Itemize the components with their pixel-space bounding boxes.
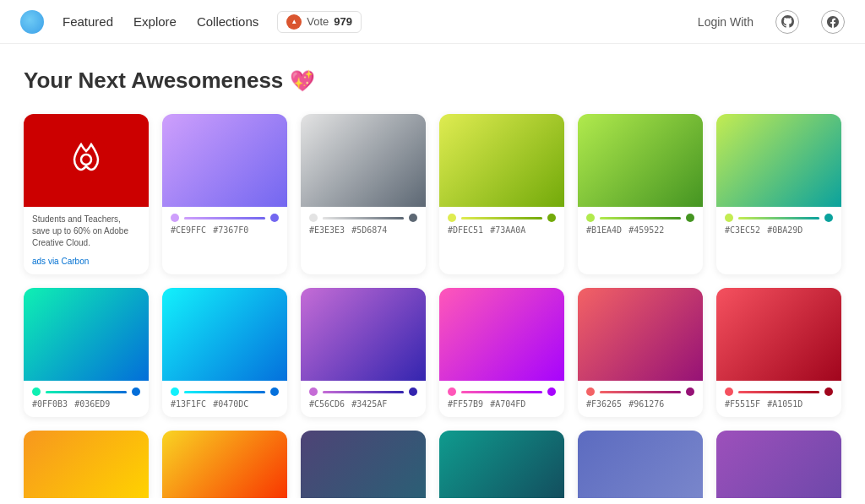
to-color-code: #A1051D (767, 399, 802, 409)
color-swatch (162, 114, 287, 207)
color-swatch (301, 288, 426, 381)
from-color-code: #F5515F (725, 399, 760, 409)
to-color-dot (547, 387, 556, 396)
gradient-card-teal-blue[interactable]: #0FF0B3#036ED9 (24, 288, 149, 417)
gradient-card-red-dark[interactable]: #F5515F#A1051D (716, 288, 841, 417)
range-line (600, 391, 681, 393)
to-color-code: #5D6874 (351, 225, 387, 235)
color-swatch (162, 288, 287, 381)
gradient-card-cyan-blue[interactable]: #13F1FC#0470DC (162, 288, 287, 417)
range-line (184, 391, 265, 393)
nav-featured[interactable]: Featured (61, 11, 115, 32)
logo[interactable] (20, 10, 44, 34)
gradient-card-purple-indigo[interactable]: #C56CD6#3425AF (301, 288, 426, 417)
from-color-dot (725, 387, 733, 396)
from-color-code: #E3E3E3 (309, 225, 345, 235)
gradient-card-yellow-green[interactable]: #DFEC51#73AA0A (439, 114, 564, 274)
to-color-code: #036ED9 (74, 399, 110, 409)
to-color-code: #459522 (628, 225, 664, 235)
vote-badge[interactable]: Vote 979 (277, 11, 362, 33)
color-swatch (716, 114, 841, 207)
to-color-code: #73AA0A (490, 225, 525, 235)
gradient-card-pink-purple[interactable]: #FF57B9#A704FD (439, 288, 564, 417)
to-color-code: #961276 (628, 399, 664, 409)
to-color-dot (270, 214, 279, 222)
ad-swatch (24, 114, 149, 207)
from-color-dot (725, 214, 733, 222)
from-color-dot (586, 387, 595, 396)
range-line (738, 391, 819, 393)
from-color-dot (309, 214, 318, 222)
partial-card-blue-gray[interactable] (578, 431, 703, 498)
ad-link[interactable]: ads via Carbon (32, 257, 89, 266)
range-line (461, 391, 542, 393)
vote-count: 979 (334, 15, 352, 28)
from-color-code: #B1EA4D (586, 225, 622, 235)
gradient-card-green1[interactable]: #B1EA4D#459522 (578, 114, 703, 274)
range-line (184, 217, 265, 219)
from-color-dot (171, 214, 179, 222)
to-color-dot (132, 387, 140, 396)
partial-card-teal-green[interactable] (439, 431, 564, 498)
vote-label: Vote (307, 15, 329, 28)
from-color-code: #CE9FFC (171, 225, 206, 235)
to-color-code: #A704FD (490, 399, 525, 409)
to-color-dot (409, 387, 417, 396)
gradient-card-green2[interactable]: #C3EC52#0BA29D (716, 114, 841, 274)
to-color-code: #7367F0 (213, 225, 248, 235)
color-swatch (301, 114, 426, 207)
to-color-dot (686, 387, 694, 396)
partial-card-yellow-orange[interactable] (162, 431, 287, 498)
gradient-grid: Students and Teachers, save up to 60% on… (24, 114, 841, 417)
heart-emoji: 💖 (290, 69, 315, 92)
range-line (738, 217, 819, 219)
range-line (600, 217, 681, 219)
navbar: Featured Explore Collections Vote 979 Lo… (0, 0, 865, 44)
github-icon[interactable] (775, 10, 799, 34)
gradient-card-gray[interactable]: #E3E3E3#5D6874 (301, 114, 426, 274)
from-color-dot (309, 387, 318, 396)
svg-point-0 (63, 134, 110, 182)
from-color-dot (586, 214, 595, 222)
to-color-dot (686, 214, 694, 222)
from-color-dot (171, 387, 179, 396)
color-swatch (24, 288, 149, 381)
to-color-code: #3425AF (351, 399, 387, 409)
from-color-code: #F36265 (586, 399, 622, 409)
partial-card-purple-teal[interactable] (301, 431, 426, 498)
from-color-code: #C3EC52 (725, 225, 760, 235)
nav-collections[interactable]: Collections (195, 11, 260, 32)
ad-card[interactable]: Students and Teachers, save up to 60% on… (24, 114, 149, 274)
color-swatch (716, 288, 841, 381)
color-swatch (439, 288, 564, 381)
to-color-dot (547, 214, 556, 222)
gradient-card-red-pink[interactable]: #F36265#961276 (578, 288, 703, 417)
to-color-code: #0BA29D (767, 225, 802, 235)
from-color-dot (448, 214, 456, 222)
range-line (461, 217, 542, 219)
from-color-dot (448, 387, 456, 396)
color-swatch (439, 114, 564, 207)
partial-card-purple-pink2[interactable] (716, 431, 841, 498)
to-color-dot (824, 214, 833, 222)
ad-body: Students and Teachers, save up to 60% on… (24, 207, 149, 274)
vote-icon (286, 14, 302, 30)
adobe-logo (61, 133, 112, 189)
from-color-code: #C56CD6 (309, 399, 345, 409)
range-line (323, 391, 404, 393)
to-color-code: #0470DC (213, 399, 248, 409)
gradient-card-purple-blue[interactable]: #CE9FFC#7367F0 (162, 114, 287, 274)
page-title: Your Next Awesomeness 💖 (24, 68, 841, 94)
nav-explore[interactable]: Explore (132, 11, 178, 32)
from-color-dot (32, 387, 41, 396)
facebook-icon[interactable] (821, 10, 845, 34)
partial-card-orange-yellow[interactable] (24, 431, 149, 498)
from-color-code: #DFEC51 (448, 225, 483, 235)
color-swatch (578, 288, 703, 381)
from-color-code: #13F1FC (171, 399, 206, 409)
from-color-code: #FF57B9 (448, 399, 483, 409)
main-content: Your Next Awesomeness 💖 Students and Tea… (0, 44, 865, 498)
to-color-dot (824, 387, 833, 396)
range-line (323, 217, 404, 219)
from-color-code: #0FF0B3 (32, 399, 68, 409)
